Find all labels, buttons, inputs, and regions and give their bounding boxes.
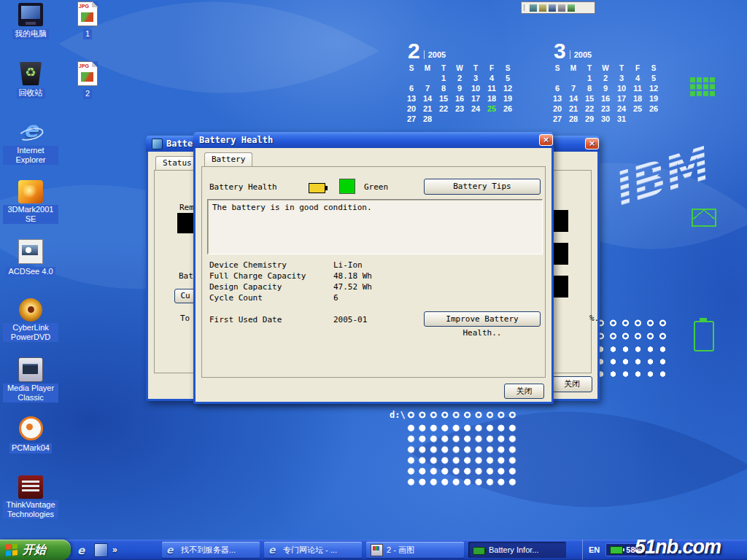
field-value: 6 (333, 293, 338, 303)
taskbar-task-2[interactable]: 专门网论坛 - ... (264, 542, 362, 558)
toolbar-icon-3[interactable] (549, 4, 556, 12)
taskbar-task-3[interactable]: 2 - 画图 (366, 542, 464, 558)
desktop-toolbar[interactable] (521, 1, 595, 14)
calendar-day: 25 (630, 104, 646, 114)
pcmark-icon (19, 416, 43, 440)
tab-panel: Battery Health Green Battery Tips The ba… (201, 166, 546, 378)
calendar-day-header: T (468, 63, 484, 73)
calendar-day: 18 (630, 93, 646, 104)
thinkvantage-icon (18, 475, 43, 499)
calendar-day: 28 (565, 114, 581, 124)
desktop-icon-ie[interactable]: Internet Explorer (3, 121, 58, 166)
taskbar-task-1[interactable]: 找不到服务器... (162, 542, 260, 558)
calendar-day: 23 (597, 104, 614, 114)
field-label: Device Chemistry (209, 260, 333, 270)
calendar-february: 2 2005 SMTWTFS12345678910111213141516171… (403, 41, 522, 124)
calendar-day-header: T (436, 63, 452, 73)
recycle-bin-icon (18, 62, 43, 85)
desktop-icon-label: ACDSee 4.0 (6, 267, 55, 277)
desktop-icon-3dmark[interactable]: 3DMark2001 SE (3, 180, 58, 225)
desktop-icon-thinkvantage[interactable]: ThinkVantage Technologies (3, 475, 58, 520)
calendar-day (500, 114, 516, 124)
field-value: 48.18 Wh (333, 271, 372, 281)
calendar-day-header: S (500, 63, 516, 73)
calendar-day: 11 (484, 83, 500, 93)
calendar-day: 24 (468, 104, 484, 114)
calendar-month-number: 2 (408, 41, 420, 61)
quick-launch-overflow-chevron[interactable]: » (112, 545, 117, 555)
desktop-icon-recycle-bin[interactable]: 回收站 (3, 62, 58, 98)
battery-gauge (177, 213, 195, 233)
taskbar-task-4[interactable]: Battery Infor... (468, 542, 566, 558)
calendar-day: 21 (565, 104, 581, 114)
condition-textbox[interactable]: The battery is in good condition. (207, 199, 543, 254)
desktop-icon-pcmark[interactable]: PCMark04 (3, 416, 58, 454)
3dmark-icon (18, 180, 43, 203)
desktop-icon-mpc[interactable]: Media Player Classic (3, 357, 58, 403)
desktop-icon-acdsee[interactable]: ACDSee 4.0 (3, 239, 58, 277)
calendar-day (468, 114, 484, 124)
improve-battery-health-button[interactable]: Improve Battery Health.. (424, 311, 541, 327)
quick-launch-ie-icon[interactable] (77, 544, 90, 556)
desktop-icon-powerdvd[interactable]: CyberLink PowerDVD (3, 298, 58, 343)
close-icon[interactable] (585, 138, 599, 149)
close-button[interactable]: 关闭 (551, 376, 592, 392)
calendar-day: 22 (581, 104, 597, 114)
calendar-day: 12 (646, 83, 662, 93)
toolbar-icon-4[interactable] (558, 4, 565, 12)
calendar-day: 15 (436, 93, 452, 104)
envelope-icon (692, 209, 716, 227)
window-title: Batte (166, 136, 193, 152)
start-button[interactable]: 开始 (0, 540, 71, 560)
dot-pattern (406, 410, 518, 421)
battery-health-icon (309, 183, 325, 193)
battery-icon (473, 547, 485, 555)
calendar-day: 18 (484, 93, 500, 104)
toolbar-icon-1[interactable] (530, 4, 537, 12)
battery-tips-button[interactable]: Battery Tips (424, 179, 541, 195)
desktop-icon-my-computer[interactable]: 我的电脑 (3, 3, 58, 39)
dot-pattern (406, 423, 518, 487)
quick-launch-icon[interactable] (94, 543, 108, 557)
calendar-day (403, 73, 419, 83)
calendar-day-header: W (597, 63, 614, 73)
condition-text: The battery is in good condition. (212, 203, 372, 212)
calendar-day: 25 (484, 104, 500, 114)
tab-status[interactable]: Status (155, 156, 199, 170)
close-icon[interactable] (539, 134, 553, 146)
toolbar-grip[interactable] (524, 4, 527, 11)
file-icon-1[interactable]: JPG1 (66, 1, 109, 39)
calendar-day (565, 73, 581, 83)
calendar-day: 16 (597, 93, 614, 104)
toolbar-icon-2[interactable] (539, 4, 546, 12)
dialog-titlebar[interactable]: Battery Health (193, 132, 554, 148)
first-used-label: First Used Date (209, 315, 282, 324)
calendar-day: 27 (549, 114, 565, 124)
calendar-day-header: T (581, 63, 597, 73)
calendar-day: 12 (500, 83, 516, 93)
calendar-day-header: W (452, 63, 468, 73)
calendar-day (484, 114, 500, 124)
dot-pattern (595, 318, 668, 341)
field-label: Full Charge Capacity (209, 271, 333, 281)
calendar-year: 2005 (570, 50, 592, 59)
calendar-day: 13 (403, 93, 419, 104)
tab-battery[interactable]: Battery (204, 152, 252, 166)
calendar-day: 9 (452, 83, 468, 93)
51nb-watermark: 51nb.com (635, 536, 721, 559)
language-indicator[interactable]: EN (589, 545, 600, 554)
task-label: Battery Infor... (489, 545, 538, 554)
screen: 2 2005 SMTWTFS12345678910111213141516171… (0, 0, 747, 560)
first-used-value: 2005-01 (333, 315, 367, 324)
green-battery-icon (694, 321, 714, 351)
desktop-icon-label: 3DMark2001 SE (3, 205, 58, 224)
calendar-day: 29 (581, 114, 597, 124)
close-button[interactable]: 关闭 (504, 384, 544, 399)
file-icon-2[interactable]: JPG2 (66, 61, 109, 99)
desktop[interactable]: 2 2005 SMTWTFS12345678910111213141516171… (0, 0, 747, 540)
calendar-day: 2 (597, 73, 614, 83)
calendar-day: 21 (419, 104, 436, 114)
calendar-day: 7 (419, 83, 436, 93)
desktop-icon-label: CyberLink PowerDVD (3, 323, 58, 342)
toolbar-icon-5[interactable] (568, 4, 575, 12)
